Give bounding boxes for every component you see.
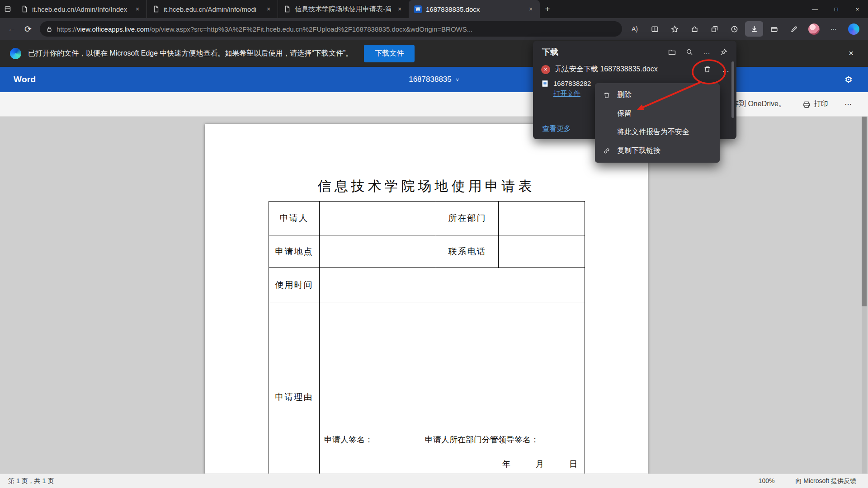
print-button[interactable]: 打印 — [802, 99, 828, 109]
open-file-link[interactable]: 打开文件 — [553, 89, 580, 98]
viewer-more-button[interactable]: ⋯ — [844, 100, 852, 108]
tab-close-icon[interactable]: × — [264, 5, 273, 14]
minimize-button[interactable]: — — [804, 0, 826, 18]
read-aloud-button[interactable]: A) — [626, 21, 644, 37]
edit-pen-icon — [790, 25, 798, 33]
toolbar-icons: A) ⋯ — [626, 21, 864, 37]
downloads-header: 下载 … — [533, 41, 736, 60]
pin-panel-icon[interactable] — [720, 48, 727, 56]
profile-button[interactable] — [805, 21, 823, 37]
menu-item-keep[interactable]: 保留 — [595, 104, 720, 123]
notification-message: 已打开你的文件，以便在 Microsoft Edge 中快速方便地查看。如果希望… — [28, 49, 353, 58]
settings-gear-icon[interactable]: ⚙ — [844, 74, 853, 85]
document-page: 信息技术学院场地使用申请表 申请人 所在部门 申请地点 联系电话 使用时间 申请… — [205, 124, 648, 474]
menu-item-report-unsafe[interactable]: 将此文件报告为不安全 — [595, 123, 720, 141]
zoom-level[interactable]: 100% — [759, 477, 775, 485]
wallet-icon — [770, 25, 778, 33]
history-button[interactable] — [725, 21, 743, 37]
search-downloads-icon[interactable] — [686, 48, 693, 56]
notification-close-icon[interactable]: × — [844, 47, 858, 60]
close-window-button[interactable]: × — [847, 0, 868, 18]
menu-item-label: 将此文件报告为不安全 — [617, 127, 689, 137]
print-label: 打印 — [814, 99, 828, 109]
document-file-icon — [541, 80, 549, 88]
favorites-star-icon — [671, 25, 679, 33]
tab-close-icon[interactable]: × — [526, 5, 535, 14]
copilot-icon — [848, 23, 859, 35]
url-domain: view.officeapps.live.com — [77, 25, 150, 33]
form-title: 信息技术学院场地使用申请表 — [205, 177, 648, 196]
panel-scrollbar-thumb[interactable] — [731, 61, 734, 118]
extensions-button[interactable] — [685, 21, 703, 37]
copilot-button[interactable] — [844, 21, 863, 37]
menu-item-label: 删除 — [617, 90, 632, 100]
department-value-cell — [499, 202, 585, 235]
table-row: 申请理由 申请人签名： 申请人所在部门分管领导签名： 年 月 日 — [269, 302, 585, 474]
feedback-link[interactable]: 向 Microsoft 提供反馈 — [795, 477, 856, 485]
favorites-button[interactable] — [665, 21, 684, 37]
tab-close-icon[interactable]: × — [395, 5, 404, 14]
trash-icon — [602, 92, 611, 99]
tab-docx-active[interactable]: W 1687838835.docx × — [409, 0, 540, 18]
document-scrollbar[interactable] — [862, 117, 867, 474]
label-time: 使用时间 — [269, 268, 320, 302]
page-favicon-icon — [21, 5, 28, 13]
tab-admin-index[interactable]: it.hceb.edu.cn/Admin/Info/Index × — [15, 0, 146, 18]
document-viewport: 信息技术学院场地使用申请表 申请人 所在部门 申请地点 联系电话 使用时间 申请… — [0, 117, 868, 474]
downloads-more-icon[interactable]: … — [703, 48, 710, 56]
tab-admin-modi[interactable]: it.hceb.edu.cn/Admin/info/modi × — [146, 0, 278, 18]
download-file-button[interactable]: 下载文件 — [364, 45, 415, 62]
wallet-button[interactable] — [765, 21, 783, 37]
application-form-table: 申请人 所在部门 申请地点 联系电话 使用时间 申请理由 申请人签名： 申请人所… — [269, 201, 585, 474]
window-controls: — □ × — [804, 0, 868, 18]
tab-strip: it.hceb.edu.cn/Admin/Info/Index × it.hce… — [0, 0, 868, 18]
delete-download-icon[interactable] — [703, 66, 711, 73]
page-count-label: 第 1 页，共 1 页 — [8, 477, 54, 485]
save-to-onedrive-button[interactable]: 存到 OneDrive。 — [731, 99, 786, 109]
word-favicon: W — [414, 5, 422, 13]
settings-more-button[interactable]: ⋯ — [825, 21, 843, 37]
lock-icon — [46, 26, 52, 33]
tab-close-icon[interactable]: × — [133, 5, 142, 14]
document-title-dropdown[interactable]: 1687838835 ∨ — [409, 75, 459, 84]
link-icon — [602, 147, 611, 155]
collections-button[interactable] — [705, 21, 723, 37]
back-button[interactable]: ← — [4, 21, 20, 37]
printer-icon — [802, 100, 810, 108]
status-bar: 第 1 页，共 1 页 100% 向 Microsoft 提供反馈 — [0, 474, 868, 488]
see-more-link[interactable]: 查看更多 — [542, 124, 571, 134]
web-capture-button[interactable] — [785, 21, 803, 37]
address-bar-input[interactable]: https://view.officeapps.live.com/op/view… — [40, 21, 622, 37]
tab-application-form[interactable]: 信息技术学院场地使用申请表-海 × — [278, 0, 409, 18]
applicant-signature-label: 申请人签名： — [324, 434, 373, 445]
table-row: 使用时间 — [269, 268, 585, 302]
downloads-button[interactable] — [745, 21, 763, 37]
download-item-actions: … — [703, 66, 729, 74]
downloads-icon — [750, 25, 758, 33]
date-line: 年 月 日 — [502, 459, 577, 469]
menu-item-label: 保留 — [617, 109, 632, 118]
menu-item-delete[interactable]: 删除 — [595, 86, 720, 104]
scrollbar-thumb[interactable] — [862, 117, 867, 306]
tab-actions-button[interactable] — [0, 0, 15, 18]
maximize-button[interactable]: □ — [826, 0, 847, 18]
download-more-options-button[interactable]: … — [722, 66, 729, 74]
new-tab-button[interactable]: + — [540, 0, 555, 18]
status-right: 100% 向 Microsoft 提供反馈 — [759, 477, 860, 485]
applicant-value-cell — [320, 202, 436, 235]
word-brand: Word — [14, 75, 36, 84]
split-screen-icon — [651, 25, 659, 33]
menu-item-label: 复制下载链接 — [617, 146, 660, 155]
open-folder-icon[interactable] — [668, 48, 676, 56]
url-text: https://view.officeapps.live.com/op/view… — [57, 25, 472, 33]
avatar — [808, 23, 820, 35]
download-item-blocked[interactable]: × 无法安全下载 1687838835.docx … — [533, 60, 736, 78]
downloads-title: 下载 — [542, 47, 558, 57]
label-reason: 申请理由 — [269, 302, 320, 474]
document-name: 1687838835 — [409, 75, 452, 84]
split-screen-button[interactable] — [646, 21, 664, 37]
phone-value-cell — [499, 235, 585, 268]
refresh-button[interactable]: ⟳ — [20, 21, 36, 37]
time-value-cell — [320, 268, 585, 302]
menu-item-copy-link[interactable]: 复制下载链接 — [595, 141, 720, 160]
